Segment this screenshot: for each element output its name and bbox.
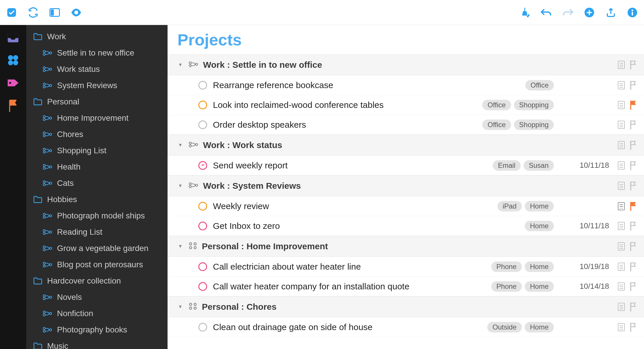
sidebar-project[interactable]: Photograph model ships bbox=[26, 208, 168, 224]
flag-icon[interactable] bbox=[629, 181, 637, 190]
note-indicator-icon[interactable] bbox=[618, 81, 625, 89]
disclosure-triangle-icon[interactable]: ▼ bbox=[178, 143, 185, 148]
tag-pill[interactable]: iPad bbox=[497, 201, 522, 211]
redo-icon[interactable] bbox=[562, 7, 574, 18]
flag-icon[interactable] bbox=[629, 60, 637, 70]
undo-icon[interactable] bbox=[540, 7, 552, 18]
note-indicator-icon[interactable] bbox=[618, 161, 625, 170]
tag-pill[interactable]: Home bbox=[525, 201, 554, 211]
note-indicator-icon[interactable] bbox=[618, 323, 625, 331]
disclosure-triangle-icon[interactable]: ▼ bbox=[178, 62, 185, 67]
task-row[interactable]: Send weekly reportEmailSusan10/11/18 bbox=[168, 156, 644, 175]
task-status-circle[interactable] bbox=[198, 222, 207, 230]
flagged-perspective[interactable] bbox=[6, 98, 20, 113]
task-row[interactable]: Call electrician about water heater line… bbox=[168, 257, 644, 277]
note-indicator-icon[interactable] bbox=[618, 121, 625, 129]
sidebar-folder[interactable]: Music bbox=[26, 338, 168, 349]
sidebar-project[interactable]: Photography books bbox=[26, 322, 168, 338]
project-group-header[interactable]: ▼Work : System Reviews bbox=[168, 175, 644, 196]
flag-icon[interactable] bbox=[629, 302, 637, 311]
note-indicator-icon[interactable] bbox=[618, 61, 625, 69]
note-indicator-icon[interactable] bbox=[618, 303, 625, 311]
note-indicator-icon[interactable] bbox=[618, 242, 625, 250]
task-row[interactable]: Clean out drainage gate on side of house… bbox=[168, 317, 644, 337]
tag-pill[interactable]: Phone bbox=[491, 281, 522, 292]
flag-icon[interactable] bbox=[629, 100, 637, 110]
project-group-header[interactable]: ▼Personal : Home Improvement bbox=[168, 236, 644, 257]
tag-pill[interactable]: Office bbox=[525, 80, 554, 90]
flag-icon[interactable] bbox=[629, 120, 637, 129]
flag-icon[interactable] bbox=[629, 262, 637, 271]
tag-pill[interactable]: Office bbox=[482, 100, 511, 110]
tag-pill[interactable]: Email bbox=[493, 160, 521, 171]
flag-icon[interactable] bbox=[629, 323, 637, 332]
tag-pill[interactable]: Phone bbox=[491, 261, 522, 272]
disclosure-triangle-icon[interactable]: ▼ bbox=[178, 304, 185, 309]
sidebar-toggle-icon[interactable] bbox=[49, 7, 61, 18]
task-status-circle[interactable] bbox=[198, 202, 207, 211]
sidebar-project[interactable]: Novels bbox=[26, 289, 168, 305]
sidebar-folder[interactable]: Hobbies bbox=[26, 191, 168, 208]
note-indicator-icon[interactable] bbox=[618, 182, 625, 190]
task-status-circle[interactable] bbox=[198, 262, 207, 271]
task-status-circle[interactable] bbox=[198, 282, 207, 291]
sidebar-project[interactable]: Nonfiction bbox=[26, 305, 168, 322]
sidebar-project[interactable]: Shopping List bbox=[26, 143, 168, 159]
tag-pill[interactable]: Home bbox=[525, 281, 554, 292]
note-indicator-icon[interactable] bbox=[618, 282, 625, 291]
tag-pill[interactable]: Home bbox=[525, 221, 554, 231]
share-icon[interactable] bbox=[605, 7, 617, 18]
flag-icon[interactable] bbox=[629, 202, 637, 211]
task-row[interactable]: Weekly reviewiPadHome bbox=[168, 196, 644, 216]
tag-pill[interactable]: Home bbox=[525, 322, 554, 332]
project-group-header[interactable]: ▼Personal : Chores bbox=[168, 296, 644, 317]
tag-pill[interactable]: Home bbox=[525, 261, 554, 272]
sidebar-project[interactable]: Chores bbox=[26, 126, 168, 143]
task-row[interactable]: Order desktop speakersOfficeShopping bbox=[168, 115, 644, 135]
sidebar-project[interactable]: Health bbox=[26, 159, 168, 175]
add-icon[interactable] bbox=[583, 7, 595, 18]
tag-pill[interactable]: Susan bbox=[524, 160, 554, 171]
disclosure-triangle-icon[interactable]: ▼ bbox=[178, 244, 185, 249]
tag-pill[interactable]: Office bbox=[482, 120, 511, 130]
task-row[interactable]: Call water heater company for an install… bbox=[168, 277, 644, 296]
note-indicator-icon[interactable] bbox=[618, 202, 625, 210]
task-row[interactable]: Look into reclaimed-wood conference tabl… bbox=[168, 95, 644, 115]
sidebar-project[interactable]: Cats bbox=[26, 175, 168, 191]
tags-perspective[interactable] bbox=[6, 76, 20, 90]
note-indicator-icon[interactable] bbox=[618, 263, 625, 271]
sidebar-project[interactable]: System Reviews bbox=[26, 77, 168, 94]
sidebar-project[interactable]: Grow a vegetable garden bbox=[26, 240, 168, 257]
task-status-circle[interactable] bbox=[198, 81, 207, 90]
flag-icon[interactable] bbox=[629, 140, 637, 150]
task-row[interactable]: Rearrange reference bookcaseOffice bbox=[168, 75, 644, 95]
note-indicator-icon[interactable] bbox=[618, 222, 625, 230]
flag-icon[interactable] bbox=[629, 161, 637, 170]
sidebar-project[interactable]: Blog post on pterosaurs bbox=[26, 257, 168, 273]
eye-icon[interactable] bbox=[70, 7, 82, 18]
tag-pill[interactable]: Outside bbox=[487, 322, 522, 332]
sidebar-folder[interactable]: Work bbox=[26, 29, 168, 45]
check-icon[interactable] bbox=[6, 7, 17, 18]
task-status-circle[interactable] bbox=[198, 120, 207, 129]
cleanup-icon[interactable] bbox=[519, 7, 531, 18]
task-row[interactable]: Get Inbox to zeroHome10/11/18 bbox=[168, 216, 644, 236]
note-indicator-icon[interactable] bbox=[618, 101, 625, 109]
project-group-header[interactable]: ▼Work : Work status bbox=[168, 135, 644, 156]
flag-icon[interactable] bbox=[629, 221, 637, 231]
flag-icon[interactable] bbox=[629, 242, 637, 251]
sidebar-folder[interactable]: Personal bbox=[26, 94, 168, 110]
sync-icon[interactable] bbox=[27, 7, 39, 18]
task-status-circle[interactable] bbox=[198, 161, 207, 170]
inbox-perspective[interactable] bbox=[6, 30, 20, 45]
tag-pill[interactable]: Shopping bbox=[514, 100, 554, 110]
sidebar-project[interactable]: Settle in to new office bbox=[26, 45, 168, 61]
projects-perspective[interactable] bbox=[6, 53, 20, 67]
sidebar-project[interactable]: Home Improvement bbox=[26, 110, 168, 126]
tag-pill[interactable]: Shopping bbox=[514, 120, 554, 130]
task-status-circle[interactable] bbox=[198, 323, 207, 332]
flag-icon[interactable] bbox=[629, 282, 637, 291]
disclosure-triangle-icon[interactable]: ▼ bbox=[178, 183, 185, 188]
sidebar-project[interactable]: Reading List bbox=[26, 224, 168, 240]
sidebar-folder[interactable]: Hardcover collection bbox=[26, 273, 168, 289]
